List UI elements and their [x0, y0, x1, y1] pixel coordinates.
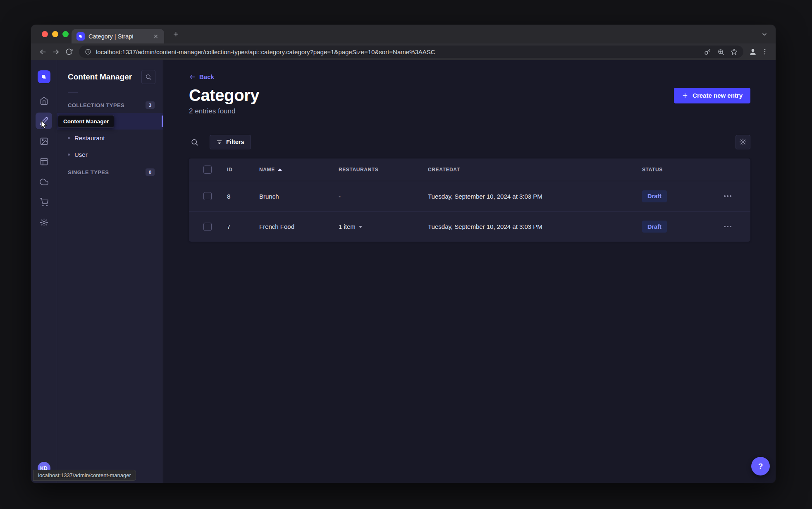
minimize-window-button[interactable]	[52, 31, 58, 37]
reload-button[interactable]	[62, 45, 76, 58]
single-types-label: SINGLE TYPES	[68, 169, 109, 175]
back-label: Back	[199, 73, 214, 80]
zoom-icon[interactable]	[717, 48, 724, 55]
browser-window: Category | Strapi localhost:1337/admin/c…	[31, 25, 776, 483]
sidebar-item-label: User	[74, 151, 88, 158]
content-manager-tooltip: Content Manager	[58, 115, 114, 128]
page-title: Category	[189, 86, 259, 104]
close-window-button[interactable]	[42, 31, 48, 37]
create-new-entry-label: Create new entry	[693, 92, 743, 99]
browser-profile-icon[interactable]	[747, 46, 759, 58]
traffic-lights	[42, 31, 69, 37]
table-search-button[interactable]	[189, 137, 200, 147]
omnibox-trailing-icons	[704, 48, 738, 55]
main-content: Back Category 2 entries found Create new…	[163, 60, 776, 483]
status-badge: Draft	[642, 190, 667, 202]
arrow-left-icon	[189, 74, 196, 80]
status-badge: Draft	[642, 221, 667, 233]
restaurants-count-label: 1 item	[339, 223, 356, 230]
cell-name: Brunch	[259, 193, 339, 200]
browser-tab[interactable]: Category | Strapi	[72, 29, 164, 43]
strapi-logo[interactable]	[38, 70, 50, 83]
strapi-favicon-icon	[76, 32, 85, 41]
settings-gear-icon[interactable]	[36, 214, 52, 230]
entries-count: 2 entries found	[189, 107, 259, 115]
cell-id: 8	[227, 193, 259, 200]
cell-createdat: Tuesday, September 10, 2024 at 3:03 PM	[428, 193, 642, 200]
row-checkbox[interactable]	[203, 192, 212, 200]
url-text[interactable]: localhost:1337/admin/content-manager/col…	[96, 48, 699, 55]
select-all-checkbox[interactable]	[203, 166, 212, 174]
row-checkbox[interactable]	[203, 223, 212, 231]
table-header-row: ID NAME RESTAURANTS CREATEDAT STATUS	[189, 158, 750, 181]
forward-browser-button[interactable]	[49, 45, 62, 58]
bookmark-star-icon[interactable]	[731, 48, 738, 55]
content-type-builder-icon[interactable]	[36, 153, 52, 170]
column-header-createdat[interactable]: CREATEDAT	[428, 167, 642, 173]
table-row[interactable]: 8 Brunch - Tuesday, September 10, 2024 a…	[189, 181, 750, 211]
bullet-icon	[68, 154, 70, 156]
link-status-bubble: localhost:1337/admin/content-manager	[33, 470, 136, 481]
mouse-cursor	[40, 120, 48, 130]
rail-icon-list	[36, 92, 52, 230]
sort-ascending-icon	[278, 168, 282, 171]
collection-types-section: COLLECTION TYPES 3	[57, 93, 163, 113]
tab-strip: Category | Strapi	[31, 25, 776, 43]
browser-toolbar: localhost:1337/admin/content-manager/col…	[31, 43, 776, 60]
sidebar-item-user[interactable]: User	[57, 146, 163, 163]
single-types-section: SINGLE TYPES 0	[57, 163, 163, 180]
row-actions-button[interactable]	[722, 223, 733, 230]
browser-menu-icon[interactable]	[759, 46, 771, 58]
column-header-name-label: NAME	[259, 167, 275, 173]
title-block: Category 2 entries found	[189, 86, 259, 115]
help-button[interactable]: ?	[751, 457, 770, 475]
plus-icon	[682, 92, 688, 99]
column-header-name[interactable]: NAME	[259, 167, 339, 173]
tab-search-chevron-icon[interactable]	[759, 29, 770, 40]
address-bar[interactable]: localhost:1337/admin/content-manager/col…	[79, 46, 743, 58]
password-key-icon[interactable]	[704, 48, 711, 55]
back-link[interactable]: Back	[189, 73, 214, 80]
new-tab-button[interactable]	[170, 29, 182, 40]
view-settings-button[interactable]	[736, 135, 750, 149]
tab-title: Category | Strapi	[88, 33, 149, 40]
sidebar-item-label: Restaurant	[74, 134, 105, 142]
cell-name: French Food	[259, 223, 339, 230]
cell-id: 7	[227, 223, 259, 230]
filters-button[interactable]: Filters	[210, 135, 251, 149]
cloud-deploy-icon[interactable]	[36, 173, 52, 190]
entries-table: ID NAME RESTAURANTS CREATEDAT STATUS 8 B…	[189, 158, 750, 242]
back-browser-button[interactable]	[36, 45, 49, 58]
marketplace-cart-icon[interactable]	[36, 194, 52, 210]
cell-restaurants: -	[339, 193, 428, 200]
media-library-icon[interactable]	[36, 133, 52, 149]
sidebar-search-button[interactable]	[141, 70, 155, 84]
table-row[interactable]: 7 French Food 1 item Tuesday, September …	[189, 211, 750, 242]
cell-createdat: Tuesday, September 10, 2024 at 3:03 PM	[428, 223, 642, 230]
active-indicator	[162, 115, 163, 127]
home-icon[interactable]	[36, 92, 52, 109]
sidebar-title: Content Manager	[68, 72, 132, 82]
collection-types-label: COLLECTION TYPES	[68, 102, 124, 108]
sidebar-item-restaurant[interactable]: Restaurant	[57, 130, 163, 146]
tab-close-icon[interactable]	[152, 32, 160, 41]
page-info-icon[interactable]	[85, 48, 91, 55]
column-header-restaurants[interactable]: RESTAURANTS	[339, 167, 428, 173]
zoom-window-button[interactable]	[62, 31, 69, 37]
strapi-admin: KD Content Manager COLLECTION TYPES 3 Ca…	[31, 60, 776, 483]
single-types-count-badge: 0	[146, 168, 155, 176]
cell-restaurants[interactable]: 1 item	[339, 223, 428, 230]
filter-icon	[216, 139, 222, 145]
row-actions-button[interactable]	[722, 193, 733, 199]
collection-types-count-badge: 3	[146, 101, 155, 109]
chevron-down-icon	[359, 226, 362, 228]
filters-label: Filters	[226, 139, 244, 145]
column-header-status[interactable]: STATUS	[642, 167, 722, 173]
create-new-entry-button[interactable]: Create new entry	[674, 88, 750, 103]
column-header-id[interactable]: ID	[227, 167, 259, 173]
bullet-icon	[68, 137, 70, 139]
